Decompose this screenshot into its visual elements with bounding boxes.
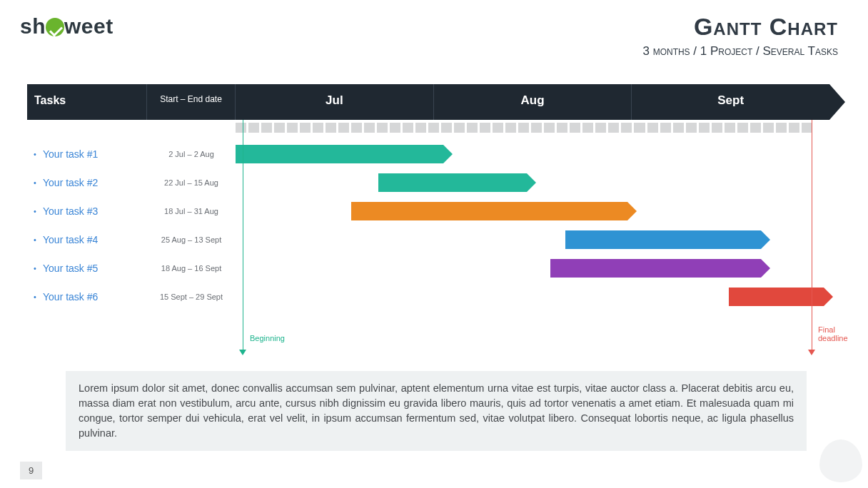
- start-marker-line: [243, 120, 243, 351]
- task-dates: 22 Jul – 15 Aug: [147, 178, 236, 187]
- logo: shweet: [20, 14, 113, 39]
- logo-text-pre: sh: [20, 14, 46, 38]
- bullet-icon: •: [27, 235, 43, 244]
- task-row: •Your task #12 Jul – 2 Aug: [27, 140, 829, 168]
- task-dates: 18 Aug – 16 Sept: [147, 264, 236, 273]
- header-arrow-icon: [829, 84, 845, 120]
- bullet-icon: •: [27, 264, 43, 273]
- start-marker-label: Beginning: [250, 334, 285, 342]
- task-bar: [378, 173, 527, 192]
- task-bar: [550, 259, 761, 278]
- task-name: Your task #3: [43, 205, 147, 217]
- logo-icon: [46, 18, 64, 36]
- task-name: Your task #2: [43, 177, 147, 188]
- header-month-aug: Aug: [434, 84, 632, 120]
- header-col-dates: Start – End date: [147, 84, 236, 120]
- logo-text-post: weet: [64, 14, 113, 38]
- task-dates: 15 Sept – 29 Sept: [147, 293, 236, 301]
- timeline-ruler: [236, 123, 812, 133]
- task-name: Your task #4: [43, 234, 147, 245]
- task-name: Your task #6: [43, 291, 147, 303]
- task-bar: [351, 202, 627, 220]
- header-month-sept: Sept: [632, 84, 829, 120]
- bullet-icon: •: [27, 178, 43, 187]
- task-bar-track: [236, 230, 829, 249]
- task-bar-arrow-icon: [824, 288, 833, 306]
- task-bar: [236, 145, 443, 163]
- end-marker-label: Final deadline: [818, 325, 861, 342]
- header-month-jul: Jul: [236, 84, 434, 120]
- task-name: Your task #1: [43, 148, 147, 160]
- page-number: 9: [20, 462, 42, 479]
- end-marker-line: [812, 120, 812, 351]
- bullet-icon: •: [27, 207, 43, 215]
- task-bar-arrow-icon: [527, 173, 536, 192]
- task-row: •Your task #318 Jul – 31 Aug: [27, 197, 829, 225]
- end-marker-arrow-icon: [808, 350, 815, 355]
- task-bar-track: [236, 173, 829, 192]
- task-row: •Your task #615 Sept – 29 Sept: [27, 283, 829, 311]
- bullet-icon: •: [27, 293, 43, 301]
- description-paragraph: Lorem ipsum dolor sit amet, donec conval…: [66, 371, 807, 451]
- task-bar-arrow-icon: [627, 202, 637, 220]
- task-dates: 18 Jul – 31 Aug: [147, 207, 236, 215]
- gantt-header: Tasks Start – End date Jul Aug Sept: [27, 84, 829, 120]
- task-bar-track: [236, 288, 829, 306]
- task-bar-arrow-icon: [443, 145, 453, 163]
- task-row: •Your task #425 Aug – 13 Sept: [27, 225, 829, 254]
- task-name: Your task #5: [43, 263, 147, 274]
- watermark-icon: [819, 439, 862, 482]
- task-dates: 25 Aug – 13 Sept: [147, 235, 236, 244]
- page-title: Gantt Chart: [694, 13, 838, 41]
- task-row: •Your task #518 Aug – 16 Sept: [27, 254, 829, 283]
- task-bar-track: [236, 259, 829, 278]
- task-bar-arrow-icon: [761, 259, 770, 278]
- task-row: •Your task #222 Jul – 15 Aug: [27, 168, 829, 197]
- page-subtitle: 3 months / 1 Project / Several Tasks: [642, 44, 838, 59]
- task-bar: [565, 230, 762, 249]
- task-dates: 2 Jul – 2 Aug: [147, 150, 236, 158]
- bullet-icon: •: [27, 150, 43, 158]
- gantt-rows: •Your task #12 Jul – 2 Aug•Your task #22…: [27, 140, 829, 311]
- task-bar-arrow-icon: [761, 230, 770, 249]
- task-bar-track: [236, 202, 829, 220]
- task-bar-track: [236, 145, 829, 163]
- start-marker-arrow-icon: [239, 350, 246, 355]
- task-bar: [729, 288, 824, 306]
- header-col-tasks: Tasks: [27, 84, 147, 120]
